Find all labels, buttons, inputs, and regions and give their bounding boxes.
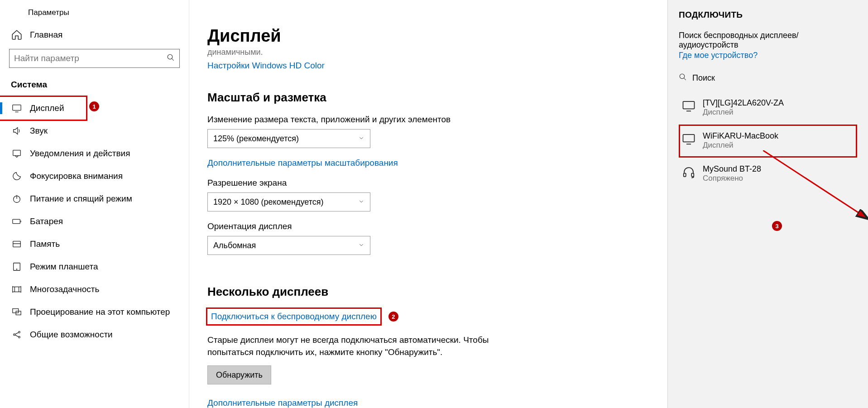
device-type: Дисплей	[703, 141, 778, 150]
device-name: [TV][LG]42LA620V-ZA	[703, 98, 784, 108]
scale-extra-link[interactable]: Дополнительные параметры масштабирования	[207, 158, 649, 168]
resolution-value: 1920 × 1080 (рекомендуется)	[213, 197, 324, 207]
project-icon	[11, 307, 23, 317]
search-input[interactable]	[14, 53, 167, 63]
svg-point-8	[16, 269, 17, 269]
scale-heading: Масштаб и разметка	[207, 71, 649, 115]
svg-rect-17	[683, 134, 695, 142]
device-type: Дисплей	[703, 108, 784, 117]
resolution-select[interactable]: 1920 × 1080 (рекомендуется)	[207, 192, 370, 211]
connect-wireless-link[interactable]: Подключиться к беспроводному дисплею	[207, 309, 380, 324]
device-macbook[interactable]: WiFiKARU-MacBook Дисплей	[679, 125, 857, 158]
svg-point-0	[168, 54, 173, 59]
svg-point-15	[680, 74, 685, 79]
sidebar-item-label: Звук	[30, 126, 48, 136]
svg-rect-16	[683, 101, 695, 109]
subtitle-fragment: динамичными.	[207, 48, 649, 57]
svg-rect-9	[13, 287, 21, 292]
svg-rect-2	[13, 150, 21, 156]
svg-rect-5	[13, 241, 21, 247]
sidebar-item-notify[interactable]: Уведомления и действия	[0, 142, 189, 165]
tablet-icon	[11, 262, 23, 272]
sidebar-item-label: Батарея	[30, 216, 63, 226]
sidebar-item-power[interactable]: Питание и спящий режим	[0, 187, 189, 210]
sidebar-item-tablet[interactable]: Режим планшета	[0, 255, 189, 278]
sidebar-item-battery[interactable]: Батарея	[0, 210, 189, 233]
panel-search-label: Поиск	[692, 73, 715, 83]
home-icon	[11, 29, 23, 41]
connect-panel: ПОДКЛЮЧИТЬ Поиск беспроводных дисплеев/а…	[667, 0, 868, 408]
sidebar-item-multi[interactable]: Многозадачность	[0, 278, 189, 301]
svg-point-12	[14, 334, 15, 336]
annotation-badge-2: 2	[388, 312, 398, 322]
sidebar-item-label: Фокусировка внимания	[30, 171, 123, 181]
panel-status: Поиск беспроводных дисплеев/аудиоустройс…	[679, 31, 857, 51]
orientation-select[interactable]: Альбомная	[207, 236, 370, 255]
sidebar-item-label: Память	[30, 239, 60, 249]
battery-icon	[11, 216, 23, 226]
discover-button[interactable]: Обнаружить	[207, 365, 271, 384]
storage-icon	[11, 239, 23, 249]
sidebar-item-focus[interactable]: Фокусировка внимания	[0, 165, 189, 187]
sidebar-item-sound[interactable]: Звук	[0, 120, 189, 142]
sidebar-item-label: Общие возможности	[30, 330, 113, 340]
svg-rect-18	[684, 173, 686, 177]
old-displays-text: Старые дисплеи могут не всегда подключат…	[207, 334, 524, 358]
shared-icon	[11, 330, 23, 340]
where-device-link[interactable]: Где мое устройство?	[679, 51, 857, 61]
annotation-badge-1: 1	[89, 101, 99, 111]
focus-icon	[11, 171, 23, 181]
more-display-link[interactable]: Дополнительные параметры дисплея	[207, 398, 649, 408]
search-box[interactable]	[9, 49, 180, 68]
device-headset[interactable]: MySound BT-28 Сопряжено	[679, 158, 857, 191]
resolution-label: Разрешение экрана	[207, 178, 649, 192]
chevron-down-icon	[358, 241, 364, 250]
panel-search[interactable]: Поиск	[679, 61, 857, 91]
orientation-value: Альбомная	[213, 241, 256, 250]
panel-heading: ПОДКЛЮЧИТЬ	[679, 10, 857, 31]
sidebar-item-memory[interactable]: Память	[0, 233, 189, 255]
svg-rect-1	[13, 105, 21, 110]
device-type: Сопряжено	[703, 174, 761, 183]
sidebar-item-shared[interactable]: Общие возможности	[0, 323, 189, 346]
sidebar-item-label: Режим планшета	[30, 262, 98, 272]
orientation-label: Ориентация дисплея	[207, 221, 649, 236]
notify-icon	[11, 149, 23, 158]
svg-point-13	[19, 331, 20, 333]
search-icon	[167, 53, 175, 64]
monitor-icon	[682, 98, 695, 117]
annotation-badge-3: 3	[772, 221, 782, 231]
sidebar-item-label: Уведомления и действия	[30, 149, 130, 158]
multi-heading: Несколько дисплеев	[207, 265, 649, 309]
svg-rect-4	[13, 219, 20, 223]
display-icon	[11, 103, 23, 113]
scale-select[interactable]: 125% (рекомендуется)	[207, 129, 370, 148]
svg-rect-10	[13, 309, 19, 313]
device-name: WiFiKARU-MacBook	[703, 131, 778, 141]
home-label: Главная	[30, 30, 62, 40]
hdcolor-link[interactable]: Настройки Windows HD Color	[207, 61, 649, 71]
power-icon	[11, 194, 23, 204]
page-title: Дисплей	[207, 2, 649, 48]
home-link[interactable]: Главная	[0, 27, 189, 49]
sidebar-nav: Дисплей 1 Звук Уведомления и действия Фо…	[0, 97, 189, 346]
headset-icon	[682, 164, 695, 183]
sidebar-item-label: Питание и спящий режим	[30, 194, 132, 204]
sidebar-item-project[interactable]: Проецирование на этот компьютер	[0, 301, 189, 323]
search-icon	[679, 73, 687, 83]
sidebar-item-label: Проецирование на этот компьютер	[30, 307, 170, 317]
device-tv-lg[interactable]: [TV][LG]42LA620V-ZA Дисплей	[679, 91, 857, 125]
sidebar-item-label: Дисплей	[30, 103, 64, 113]
device-name: MySound BT-28	[703, 164, 761, 174]
main-content: Дисплей динамичными. Настройки Windows H…	[189, 0, 667, 408]
multitask-icon	[11, 284, 23, 294]
svg-rect-19	[691, 173, 694, 177]
section-header: Система	[0, 80, 189, 97]
sidebar-item-display[interactable]: Дисплей	[0, 97, 86, 120]
monitor-icon	[682, 131, 695, 150]
sidebar-item-label: Многозадачность	[30, 284, 99, 294]
chevron-down-icon	[358, 134, 364, 144]
svg-point-14	[19, 336, 20, 338]
settings-sidebar: Параметры Главная Система Дисплей 1	[0, 0, 189, 408]
scale-label: Изменение размера текста, приложений и д…	[207, 115, 649, 129]
